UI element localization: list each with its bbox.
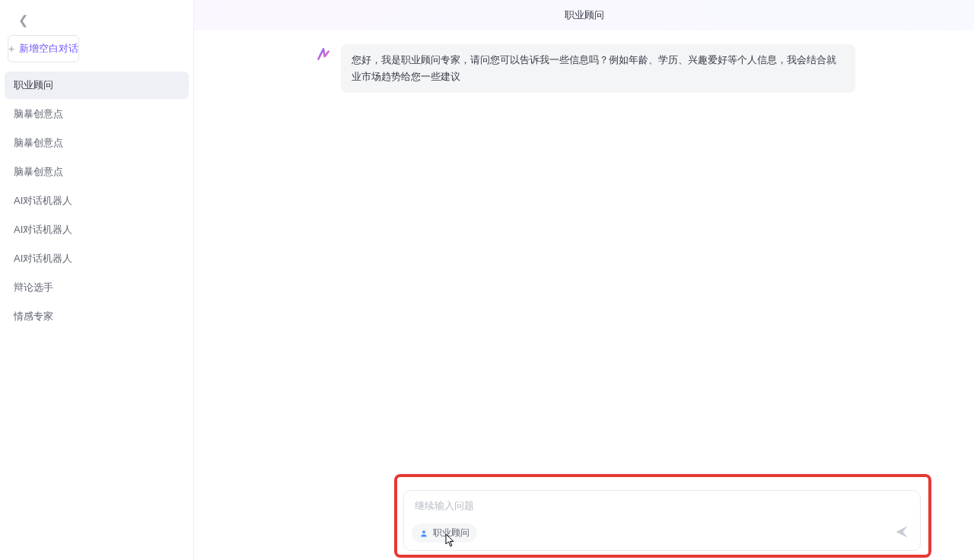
send-button[interactable]: [893, 523, 911, 541]
composer: 职业顾问: [403, 490, 921, 551]
sidebar-item-label: 脑暴创意点: [14, 137, 63, 148]
assistant-message-bubble: 您好，我是职业顾问专家，请问您可以告诉我一些信息吗？例如年龄、学历、兴趣爱好等个…: [341, 44, 855, 93]
sidebar-item[interactable]: AI对话机器人: [5, 245, 189, 272]
conversation-list: 职业顾问 脑暴创意点 脑暴创意点 脑暴创意点 AI对话机器人 AI对话机器人 A…: [5, 72, 189, 330]
back-button[interactable]: ❮: [12, 9, 33, 30]
sidebar-item[interactable]: AI对话机器人: [5, 187, 189, 215]
sidebar-item-label: AI对话机器人: [14, 253, 72, 264]
new-conversation-label: 新增空白对话: [19, 42, 78, 56]
ai-logo-icon: [314, 44, 333, 64]
assistant-message-row: 您好，我是职业顾问专家，请问您可以告诉我一些信息吗？例如年龄、学历、兴趣爱好等个…: [314, 44, 855, 93]
sidebar-item-label: 脑暴创意点: [14, 108, 63, 119]
header: 职业顾问: [194, 0, 974, 30]
sidebar-item-label: AI对话机器人: [14, 224, 72, 235]
sidebar-item-label: 辩论选手: [14, 282, 53, 293]
assistant-message-text: 您好，我是职业顾问专家，请问您可以告诉我一些信息吗？例如年龄、学历、兴趣爱好等个…: [352, 54, 836, 82]
sidebar-item-label: AI对话机器人: [14, 195, 72, 206]
sidebar-item-label: 脑暴创意点: [14, 166, 63, 177]
sidebar-item[interactable]: 脑暴创意点: [5, 129, 189, 157]
sidebar: ❮ + 新增空白对话 职业顾问 脑暴创意点 脑暴创意点 脑暴创意点 AI对话机器…: [0, 0, 194, 560]
sidebar-item[interactable]: 脑暴创意点: [5, 100, 189, 128]
sidebar-item[interactable]: 职业顾问: [5, 72, 189, 99]
sidebar-item-label: 情感专家: [14, 310, 53, 322]
new-conversation-button[interactable]: + 新增空白对话: [8, 35, 79, 62]
role-chip[interactable]: 职业顾问: [412, 523, 477, 542]
chat-area: 您好，我是职业顾问专家，请问您可以告诉我一些信息吗？例如年龄、学历、兴趣爱好等个…: [194, 30, 974, 560]
message-input[interactable]: [404, 491, 920, 511]
role-chip-label: 职业顾问: [433, 527, 469, 539]
sidebar-item[interactable]: 情感专家: [5, 303, 189, 330]
sidebar-item[interactable]: 脑暴创意点: [5, 158, 189, 186]
svg-point-0: [422, 530, 425, 533]
sidebar-item-label: 职业顾问: [14, 79, 53, 91]
page-title: 职业顾问: [565, 8, 604, 22]
person-icon: [419, 529, 428, 538]
chevron-left-icon: ❮: [18, 13, 28, 27]
sidebar-item[interactable]: 辩论选手: [5, 274, 189, 301]
sidebar-item[interactable]: AI对话机器人: [5, 216, 189, 243]
main-panel: 职业顾问 您好，我是职业顾问专家，请问您可以告诉我一些信息吗？例如年龄、学历、兴…: [194, 0, 974, 560]
send-icon: [894, 524, 909, 539]
plus-icon: +: [8, 43, 14, 55]
